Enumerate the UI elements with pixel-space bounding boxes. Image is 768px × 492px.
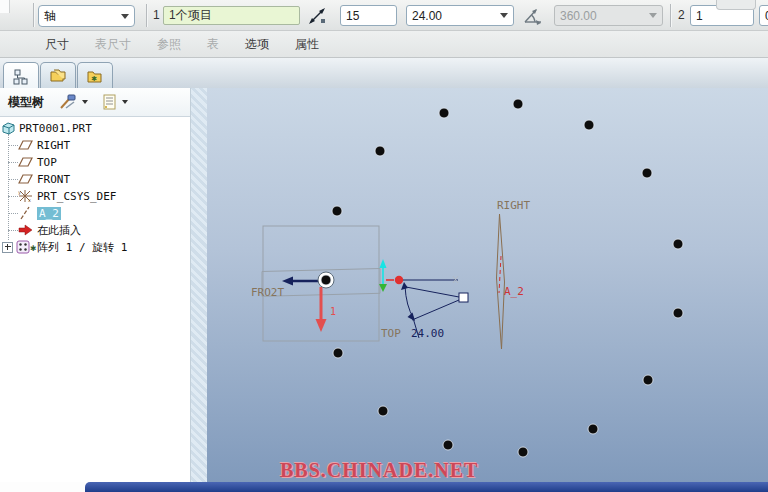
rotation-anchor-point[interactable] bbox=[395, 276, 403, 284]
tab-table-dimensions: 表尺寸 bbox=[95, 36, 131, 53]
collector-2-label: 2 bbox=[678, 8, 685, 22]
pattern-dot[interactable] bbox=[513, 99, 523, 109]
tree-item-front-plane[interactable]: FRONT bbox=[18, 171, 70, 187]
part-icon bbox=[2, 122, 15, 135]
tree-item-insert-here[interactable]: 在此插入 bbox=[18, 222, 81, 238]
pattern-dot-leader[interactable] bbox=[321, 275, 331, 285]
datum-plane-icon bbox=[18, 173, 33, 185]
svg-text:y: y bbox=[18, 189, 21, 196]
tree-item-label: RIGHT bbox=[37, 139, 70, 152]
pattern-dot[interactable] bbox=[333, 348, 343, 358]
tree-item-label: TOP bbox=[37, 156, 57, 169]
tab-folder-browser[interactable] bbox=[40, 62, 76, 88]
direction-arrow-1-head bbox=[282, 277, 293, 286]
second-direction-value: 1 bbox=[696, 9, 703, 23]
list-settings-icon bbox=[102, 94, 118, 110]
svg-text:x: x bbox=[28, 197, 31, 203]
pattern-dot[interactable] bbox=[439, 108, 449, 118]
flip-direction-icon[interactable] bbox=[306, 5, 328, 31]
tab-dimensions[interactable]: 尺寸 bbox=[45, 36, 69, 53]
tab-options[interactable]: 选项 bbox=[245, 36, 269, 53]
status-bar bbox=[85, 482, 768, 492]
watermark: BBS.CHINADE.NET bbox=[280, 459, 478, 482]
tree-item-label: PRT_CSYS_DEF bbox=[37, 190, 116, 203]
axis-a2-line[interactable] bbox=[499, 256, 501, 293]
pattern-dot[interactable] bbox=[378, 406, 388, 416]
chevron-down-icon bbox=[500, 13, 508, 18]
datum-plane-icon bbox=[18, 139, 33, 151]
toolbar-separator bbox=[146, 4, 148, 27]
tab-references: 参照 bbox=[157, 36, 181, 53]
canvas-graphics: FRO2T TOP RIGHT A_2 1 24.00 bbox=[207, 88, 768, 492]
tree-item-axis-a2[interactable]: A_2 bbox=[18, 205, 61, 221]
pattern-dot[interactable] bbox=[375, 146, 385, 156]
tab-table: 表 bbox=[207, 36, 219, 53]
pattern-dot[interactable] bbox=[588, 424, 598, 434]
chevron-down-icon bbox=[649, 13, 657, 18]
overflow-tab bbox=[716, 0, 756, 10]
right-plane-label: RIGHT bbox=[497, 199, 530, 212]
pattern-dot[interactable] bbox=[584, 120, 594, 130]
axis-a2-label: A_2 bbox=[504, 285, 524, 298]
clipped-edge-input[interactable]: 0 bbox=[759, 5, 768, 26]
tab-model-tree[interactable] bbox=[3, 62, 39, 90]
tree-item-label: 阵列 1 / 旋转 1 bbox=[37, 240, 127, 255]
pattern-dot[interactable] bbox=[332, 206, 342, 216]
pattern-dot[interactable] bbox=[518, 447, 528, 457]
pattern-dot[interactable] bbox=[643, 375, 653, 385]
csys-icon: y x bbox=[18, 189, 33, 203]
toolbar-separator bbox=[670, 4, 672, 27]
pattern-dot[interactable] bbox=[673, 308, 683, 318]
model-tree-header: 模型树 bbox=[0, 88, 190, 117]
drag-handle[interactable] bbox=[459, 293, 468, 302]
angle-dimension-value[interactable]: 24.00 bbox=[411, 327, 444, 340]
handle-leader-line bbox=[406, 287, 459, 297]
tree-item-label: FRONT bbox=[37, 173, 70, 186]
angle-increment-value: 24.00 bbox=[412, 9, 442, 23]
arc-arrowhead-top bbox=[401, 282, 408, 290]
bottom-filler bbox=[0, 482, 85, 492]
tree-item-top-plane[interactable]: TOP bbox=[18, 154, 57, 170]
references-collector[interactable]: 1个项目 bbox=[163, 6, 300, 25]
svg-text:✱: ✱ bbox=[92, 72, 98, 82]
tree-item-csys[interactable]: y x PRT_CSYS_DEF bbox=[18, 188, 116, 204]
navigator-tab-strip bbox=[0, 58, 768, 89]
pattern-dot[interactable] bbox=[673, 239, 683, 249]
right-plane-outline[interactable] bbox=[497, 214, 505, 349]
pattern-dot[interactable] bbox=[443, 440, 453, 450]
tab-properties[interactable]: 属性 bbox=[295, 36, 319, 53]
tab-favorites[interactable]: ✱ bbox=[77, 62, 113, 88]
expand-icon[interactable] bbox=[2, 242, 13, 253]
tree-filters-button[interactable] bbox=[58, 94, 88, 110]
pattern-instances bbox=[318, 99, 683, 457]
chevron-down-icon bbox=[82, 100, 88, 104]
tree-item-pattern[interactable]: ✱ 阵列 1 / 旋转 1 bbox=[2, 239, 127, 255]
direction-arrow-2-head bbox=[316, 319, 327, 332]
toolbar-corner bbox=[0, 0, 10, 13]
model-tree-title: 模型树 bbox=[8, 94, 44, 111]
tree-columns-button[interactable] bbox=[102, 94, 128, 110]
toolbar-separator bbox=[33, 3, 35, 27]
pattern-count-input[interactable]: 15 bbox=[340, 5, 397, 26]
drag-axis-y-head bbox=[380, 259, 387, 268]
front-plane-label: FRO2T bbox=[251, 286, 284, 299]
tree-item-part[interactable]: PRT0001.PRT bbox=[2, 120, 92, 136]
tree-item-label: 在此插入 bbox=[37, 223, 81, 238]
handle-leader-line-2 bbox=[412, 300, 459, 320]
pattern-dot[interactable] bbox=[642, 168, 652, 178]
chevron-down-icon bbox=[121, 14, 129, 19]
tree-item-label-selected: A_2 bbox=[37, 207, 61, 220]
direction-index-label: 1 bbox=[330, 306, 336, 317]
feature-type-dropdown[interactable]: 轴 bbox=[38, 5, 135, 27]
angle-increment-combo[interactable]: 24.00 bbox=[406, 5, 514, 26]
chevron-down-icon bbox=[122, 100, 128, 104]
pattern-icon bbox=[16, 240, 30, 254]
references-collector-value: 1个项目 bbox=[169, 7, 212, 24]
tree-item-right-plane[interactable]: RIGHT bbox=[18, 137, 70, 153]
regen-marker: ✱ bbox=[30, 242, 36, 253]
panel-splitter[interactable] bbox=[190, 88, 207, 492]
angle-dimension-icon[interactable] bbox=[521, 5, 545, 31]
tree-item-label: PRT0001.PRT bbox=[19, 122, 92, 135]
total-angle-value: 360.00 bbox=[560, 9, 597, 23]
model-tree-icon bbox=[13, 69, 29, 85]
